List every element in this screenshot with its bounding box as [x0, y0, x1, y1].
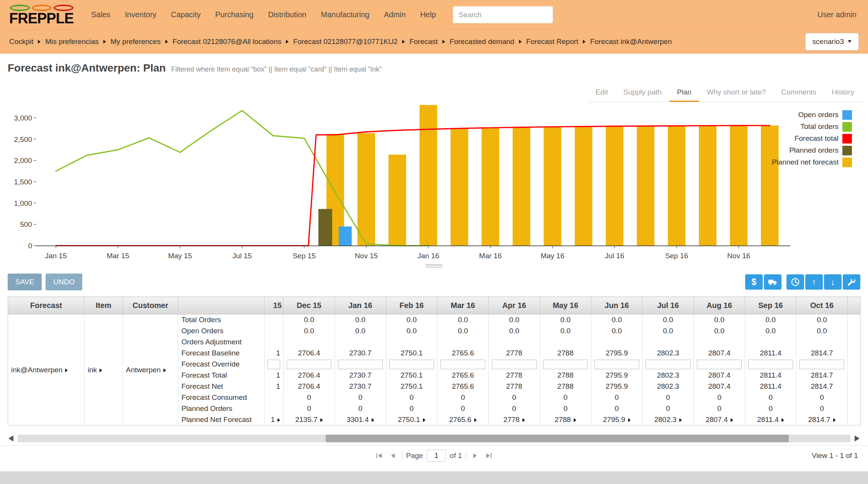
user-menu[interactable]: User admin: [817, 10, 857, 19]
override-cell[interactable]: [489, 359, 540, 370]
toolbar-clock-icon[interactable]: [786, 274, 804, 290]
override-cell[interactable]: [437, 359, 489, 370]
col-header-customer[interactable]: Customer: [123, 297, 178, 315]
search-input[interactable]: [453, 6, 553, 23]
toolbar-wrench-icon[interactable]: [843, 274, 860, 290]
pager-first-button[interactable]: [374, 451, 384, 461]
drill-value-cell[interactable]: 2802.3: [643, 414, 694, 425]
frepple-logo[interactable]: FREPPLE: [9, 5, 73, 25]
pager-next-button[interactable]: [470, 451, 480, 461]
drill-value-cell[interactable]: 2750.1: [386, 414, 437, 425]
override-input-oct-16[interactable]: [799, 360, 844, 369]
breadcrumb-item-forecast-02128076-all-locations[interactable]: Forecast 02128076@All locations: [173, 37, 281, 46]
override-input-may-16[interactable]: [543, 360, 588, 369]
drill-caret-icon[interactable]: [372, 418, 374, 422]
override-input-aug-16[interactable]: [697, 360, 742, 369]
col-header-item[interactable]: Item: [85, 297, 123, 315]
tab-plan[interactable]: Plan: [669, 84, 699, 102]
override-cell[interactable]: [694, 359, 745, 370]
drill-caret-icon[interactable]: [65, 368, 68, 372]
drill-caret-icon[interactable]: [100, 368, 102, 372]
override-input-mar-16[interactable]: [441, 360, 485, 369]
drill-caret-icon[interactable]: [833, 418, 836, 422]
drill-caret-icon[interactable]: [679, 418, 682, 422]
breadcrumb-item-forecast-report[interactable]: Forecast Report: [526, 37, 578, 46]
nav-item-manufacturing[interactable]: Manufacturing: [321, 10, 369, 19]
override-input-feb-16[interactable]: [389, 360, 434, 369]
drill-value-cell[interactable]: 2135.7: [284, 414, 335, 425]
pager-last-button[interactable]: [484, 451, 494, 461]
drill-value-cell[interactable]: 2811.4: [745, 414, 796, 425]
override-cell[interactable]: [284, 359, 335, 370]
nav-item-distribution[interactable]: Distribution: [268, 10, 306, 19]
override-cell[interactable]: [643, 359, 694, 370]
override-input-jun-16[interactable]: [594, 360, 639, 369]
save-button[interactable]: SAVE: [8, 274, 42, 290]
breadcrumb-item-cockpit[interactable]: Cockpit: [9, 37, 33, 46]
drill-value-cell[interactable]: 2807.4: [694, 414, 745, 425]
drill-value-cell[interactable]: 2778: [489, 414, 540, 425]
scroll-left-arrow-icon[interactable]: [8, 435, 13, 442]
override-input-dec-15[interactable]: [287, 360, 331, 369]
override-cell[interactable]: [745, 359, 796, 370]
override-cell[interactable]: [386, 359, 437, 370]
tab-supply-path[interactable]: Supply path: [615, 84, 669, 102]
breadcrumb-item-forecast-ink-antwerpen[interactable]: Forecast ink@Antwerpen: [590, 37, 672, 46]
drill-caret-icon[interactable]: [320, 418, 323, 422]
cell-item[interactable]: ink: [85, 315, 123, 425]
breadcrumb-item-my-preferences[interactable]: My preferences: [111, 37, 161, 46]
breadcrumb-item-forecast[interactable]: Forecast: [410, 37, 438, 46]
drill-caret-icon[interactable]: [522, 418, 525, 422]
tab-edit[interactable]: Edit: [588, 84, 616, 102]
cell-customer[interactable]: Antwerpen: [123, 315, 178, 425]
override-cell[interactable]: [335, 359, 386, 370]
drill-value-cell[interactable]: 2795.9: [591, 414, 643, 425]
cell-forecast[interactable]: ink@Antwerpen: [8, 315, 85, 425]
override-input-sep-16[interactable]: [748, 360, 793, 369]
col-header-forecast[interactable]: Forecast: [8, 297, 85, 315]
toolbar-currency-icon[interactable]: $: [745, 274, 763, 290]
chart-resize-handle[interactable]: [426, 264, 442, 267]
drill-caret-icon[interactable]: [628, 418, 631, 422]
scenario-selector[interactable]: scenario3: [805, 33, 859, 51]
override-input-jul-16[interactable]: [646, 360, 690, 369]
drill-caret-icon[interactable]: [474, 418, 477, 422]
override-cell[interactable]: [591, 359, 643, 370]
toolbar-arrow-down-icon[interactable]: ↓: [824, 274, 842, 290]
override-cell[interactable]: [540, 359, 591, 370]
drill-caret-icon[interactable]: [277, 418, 280, 422]
drill-caret-icon[interactable]: [782, 418, 784, 422]
tab-comments[interactable]: Comments: [773, 84, 824, 102]
override-cell[interactable]: [796, 359, 848, 370]
undo-button[interactable]: UNDO: [46, 274, 82, 290]
pager-prev-button[interactable]: [388, 451, 398, 461]
drill-caret-icon[interactable]: [731, 418, 733, 422]
drill-value-cell[interactable]: 2765.6: [437, 414, 489, 425]
pager-page-input[interactable]: [427, 450, 446, 462]
nav-item-admin[interactable]: Admin: [384, 10, 406, 19]
drill-value-cell[interactable]: 3301.4: [335, 414, 386, 425]
override-input-partial[interactable]: [268, 360, 280, 369]
tab-history[interactable]: History: [824, 84, 862, 102]
scrollbar-thumb[interactable]: [326, 435, 789, 442]
scrollbar-track[interactable]: [18, 435, 850, 442]
drill-caret-icon[interactable]: [423, 418, 426, 422]
breadcrumb-item-forecast-02128077-10771ku2[interactable]: Forecast 02128077@10771KU2: [293, 37, 398, 46]
drill-caret-icon[interactable]: [574, 418, 576, 422]
drill-caret-icon[interactable]: [163, 368, 166, 372]
override-input-apr-16[interactable]: [492, 360, 537, 369]
breadcrumb-item-mis-preferencias[interactable]: Mis preferencias: [45, 37, 98, 46]
drill-value-cell[interactable]: 2814.7: [796, 414, 848, 425]
drill-value-cell[interactable]: 2788: [540, 414, 591, 425]
toolbar-arrow-up-icon[interactable]: ↑: [805, 274, 823, 290]
override-input-jan-16[interactable]: [338, 360, 383, 369]
breadcrumb-item-forecasted-demand[interactable]: Forecasted demand: [450, 37, 514, 46]
tab-why-short-or-late[interactable]: Why short or late?: [699, 84, 773, 102]
nav-item-sales[interactable]: Sales: [91, 10, 110, 19]
nav-item-inventory[interactable]: Inventory: [125, 10, 156, 19]
nav-item-capacity[interactable]: Capacity: [171, 10, 201, 19]
nav-item-help[interactable]: Help: [420, 10, 436, 19]
nav-item-purchasing[interactable]: Purchasing: [215, 10, 253, 19]
scroll-right-arrow-icon[interactable]: [855, 435, 860, 442]
toolbar-truck-icon[interactable]: [764, 274, 782, 290]
